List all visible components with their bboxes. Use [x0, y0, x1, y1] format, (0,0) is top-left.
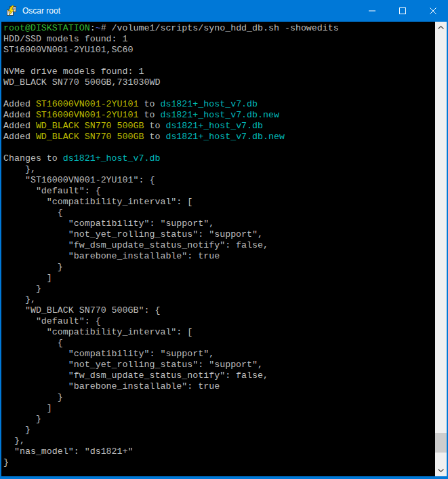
terminal-line: "WD_BLACK SN770 500GB": { — [3, 305, 435, 316]
terminal-line: Added WD_BLACK SN770 500GB to ds1821+_ho… — [3, 132, 435, 142]
terminal-line: "not_yet_rolling_status": "support", — [3, 229, 435, 240]
terminal-line: "fw_dsm_update_status_notify": false, — [3, 240, 435, 251]
minimize-icon — [369, 7, 375, 14]
putty-terminals-lightning-icon — [6, 5, 17, 16]
putty-app-icon[interactable] — [6, 5, 17, 16]
terminal-line: } — [3, 425, 435, 436]
terminal-line: ] — [3, 273, 435, 284]
terminal-line: WD_BLACK SN770 500GB,731030WD — [3, 77, 435, 88]
terminal-line: "default": { — [3, 186, 435, 197]
terminal-line: { — [3, 208, 435, 218]
terminal-line: } — [3, 262, 435, 273]
window-title: Oscar root — [22, 6, 357, 16]
terminal-line: ST16000VN001-2YU101,SC60 — [3, 45, 435, 56]
scrollbar[interactable] — [435, 22, 447, 476]
terminal-line: Added WD_BLACK SN770 500GB to ds1821+_ho… — [3, 121, 435, 132]
terminal-line: "barebone_installable": true — [3, 381, 435, 392]
terminal-line — [3, 88, 435, 99]
terminal-line: } — [3, 284, 435, 294]
terminal-line: root@DISKSTATION:~# /volume1/scripts/syn… — [3, 23, 435, 34]
terminal-line: "not_yet_rolling_status": "support", — [3, 360, 435, 370]
terminal-line: "compatibility_interval": [ — [3, 327, 435, 338]
terminal-line: }, — [3, 294, 435, 305]
scrollbar-thumb[interactable] — [435, 433, 447, 453]
terminal-line: }, — [3, 164, 435, 175]
terminal-line: "compatibility": "support", — [3, 349, 435, 360]
terminal-line — [3, 56, 435, 66]
terminal-line: HDD/SSD models found: 1 — [3, 34, 435, 45]
terminal-line: }, — [3, 436, 435, 446]
terminal-line: "default": { — [3, 316, 435, 327]
terminal-line: } — [3, 457, 435, 468]
putty-window: Oscar root root@DISKSTATION:~# /volume1 — [0, 0, 448, 479]
chevron-down-icon — [438, 469, 444, 472]
terminal-line: "fw_dsm_update_status_notify": false, — [3, 370, 435, 381]
close-button[interactable] — [418, 0, 448, 22]
scroll-down-button[interactable] — [435, 465, 447, 476]
close-icon — [430, 7, 436, 14]
terminal-line: NVMe drive models found: 1 — [3, 66, 435, 77]
terminal-line: } — [3, 392, 435, 403]
chevron-up-icon — [438, 26, 444, 29]
window-controls — [357, 0, 448, 22]
title-bar[interactable]: Oscar root — [0, 0, 448, 22]
terminal-line: "nas_model": "ds1821+" — [3, 446, 435, 457]
terminal-line: "barebone_installable": true — [3, 251, 435, 262]
terminal-line — [3, 142, 435, 153]
maximize-button[interactable] — [387, 0, 418, 22]
terminal-line: "compatibility_interval": [ — [3, 197, 435, 208]
terminal-line: "compatibility": "support", — [3, 218, 435, 229]
terminal-output[interactable]: root@DISKSTATION:~# /volume1/scripts/syn… — [1, 22, 435, 476]
terminal-line: { — [3, 338, 435, 349]
maximize-icon — [399, 7, 406, 14]
terminal-line: Changes to ds1821+_host_v7.db — [3, 153, 435, 164]
scrollbar-track[interactable] — [435, 33, 447, 465]
terminal-line: Added ST16000VN001-2YU101 to ds1821+_hos… — [3, 99, 435, 110]
window-body: root@DISKSTATION:~# /volume1/scripts/syn… — [0, 22, 448, 478]
terminal-line: } — [3, 414, 435, 425]
scroll-up-button[interactable] — [435, 22, 447, 33]
minimize-button[interactable] — [357, 0, 387, 22]
terminal-line: ] — [3, 403, 435, 414]
terminal-line: Added ST16000VN001-2YU101 to ds1821+_hos… — [3, 110, 435, 121]
terminal-line: "ST16000VN001-2YU101": { — [3, 175, 435, 186]
